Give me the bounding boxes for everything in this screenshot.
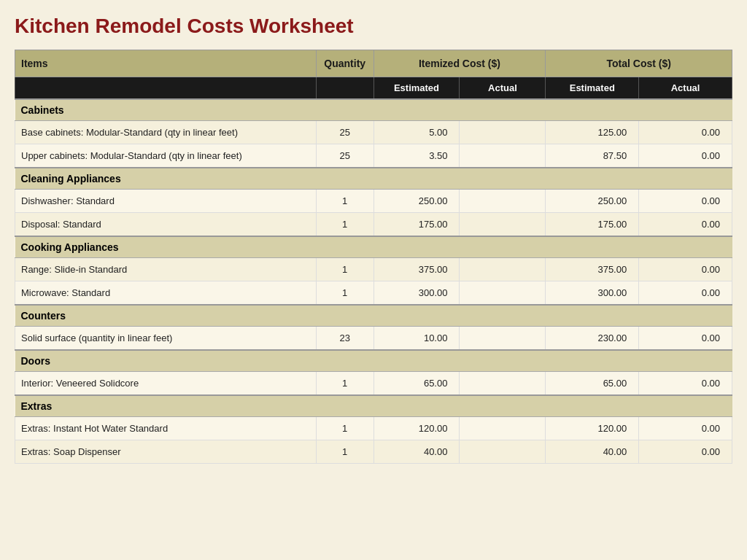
cell-qty: 1 <box>316 281 374 306</box>
cell-qty: 1 <box>316 417 374 440</box>
header-estimated-1: Estimated <box>374 77 460 100</box>
table-row: Upper cabinets: Modular-Standard (qty in… <box>15 144 732 168</box>
table-row: Interior: Veneered Solidcore 1 65.00 65.… <box>15 372 732 396</box>
cell-actual <box>460 121 546 144</box>
header-actual-1: Actual <box>460 77 546 100</box>
category-row: Cleaning Appliances <box>15 168 732 190</box>
header-estimated-2: Estimated <box>546 77 639 100</box>
cell-estimated: 3.50 <box>374 144 460 168</box>
cell-estimated: 40.00 <box>374 440 460 464</box>
category-row: Cabinets <box>15 99 732 121</box>
cell-total-estimated: 300.00 <box>546 281 639 306</box>
cell-qty: 1 <box>316 372 374 396</box>
cell-total-estimated: 65.00 <box>546 372 639 396</box>
header-empty-items <box>15 77 317 100</box>
cell-total-estimated: 375.00 <box>546 258 639 281</box>
cell-total-actual: 0.00 <box>639 213 732 237</box>
cell-item: Microwave: Standard <box>15 281 317 306</box>
cell-qty: 25 <box>316 121 374 144</box>
cell-actual <box>460 281 546 306</box>
cell-qty: 1 <box>316 440 374 464</box>
cell-total-estimated: 87.50 <box>546 144 639 168</box>
table-header-row-2: Estimated Actual Estimated Actual <box>15 77 732 100</box>
cell-item: Disposal: Standard <box>15 213 317 237</box>
cell-qty: 1 <box>316 213 374 237</box>
cell-estimated: 5.00 <box>374 121 460 144</box>
cell-actual <box>460 258 546 281</box>
page-title: Kitchen Remodel Costs Worksheet <box>15 15 732 38</box>
cell-item: Range: Slide-in Standard <box>15 258 317 281</box>
category-label: Cooking Appliances <box>15 236 732 258</box>
cell-estimated: 120.00 <box>374 417 460 440</box>
cell-item: Dishwasher: Standard <box>15 190 317 213</box>
cell-total-actual: 0.00 <box>639 327 732 351</box>
cost-worksheet-table: Items Quantity Itemized Cost ($) Total C… <box>15 50 732 464</box>
cell-actual <box>460 417 546 440</box>
cell-total-estimated: 250.00 <box>546 190 639 213</box>
cell-qty: 1 <box>316 258 374 281</box>
category-label: Doors <box>15 350 732 372</box>
table-row: Solid surface (quantity in linear feet) … <box>15 327 732 351</box>
category-row: Extras <box>15 395 732 417</box>
cell-item: Interior: Veneered Solidcore <box>15 372 317 396</box>
cell-qty: 25 <box>316 144 374 168</box>
table-row: Microwave: Standard 1 300.00 300.00 0.00 <box>15 281 732 306</box>
table-row: Range: Slide-in Standard 1 375.00 375.00… <box>15 258 732 281</box>
cell-total-estimated: 230.00 <box>546 327 639 351</box>
category-row: Cooking Appliances <box>15 236 732 258</box>
header-total-cost: Total Cost ($) <box>546 50 732 77</box>
category-label: Cabinets <box>15 99 732 121</box>
cell-item: Upper cabinets: Modular-Standard (qty in… <box>15 144 317 168</box>
table-row: Dishwasher: Standard 1 250.00 250.00 0.0… <box>15 190 732 213</box>
cell-total-estimated: 175.00 <box>546 213 639 237</box>
cell-item: Extras: Soap Dispenser <box>15 440 317 464</box>
cell-total-actual: 0.00 <box>639 258 732 281</box>
cell-total-estimated: 40.00 <box>546 440 639 464</box>
category-row: Counters <box>15 305 732 327</box>
cell-actual <box>460 190 546 213</box>
cell-total-estimated: 120.00 <box>546 417 639 440</box>
category-label: Counters <box>15 305 732 327</box>
cell-total-actual: 0.00 <box>639 190 732 213</box>
table-row: Extras: Instant Hot Water Standard 1 120… <box>15 417 732 440</box>
category-label: Extras <box>15 395 732 417</box>
table-header-row-1: Items Quantity Itemized Cost ($) Total C… <box>15 50 732 77</box>
cell-qty: 23 <box>316 327 374 351</box>
cell-actual <box>460 440 546 464</box>
header-items: Items <box>15 50 317 77</box>
cell-estimated: 65.00 <box>374 372 460 396</box>
header-actual-2: Actual <box>639 77 732 100</box>
cell-qty: 1 <box>316 190 374 213</box>
cell-total-estimated: 125.00 <box>546 121 639 144</box>
cell-total-actual: 0.00 <box>639 372 732 396</box>
header-empty-qty <box>316 77 374 100</box>
cell-estimated: 175.00 <box>374 213 460 237</box>
cell-actual <box>460 144 546 168</box>
cell-item: Base cabinets: Modular-Standard (qty in … <box>15 121 317 144</box>
table-body: Cabinets Base cabinets: Modular-Standard… <box>15 99 732 464</box>
cell-actual <box>460 327 546 351</box>
cell-total-actual: 0.00 <box>639 440 732 464</box>
cell-estimated: 10.00 <box>374 327 460 351</box>
cell-actual <box>460 213 546 237</box>
cell-total-actual: 0.00 <box>639 144 732 168</box>
category-row: Doors <box>15 350 732 372</box>
cell-actual <box>460 372 546 396</box>
cell-total-actual: 0.00 <box>639 417 732 440</box>
header-quantity: Quantity <box>316 50 374 77</box>
table-row: Disposal: Standard 1 175.00 175.00 0.00 <box>15 213 732 237</box>
cell-total-actual: 0.00 <box>639 281 732 306</box>
header-itemized-cost: Itemized Cost ($) <box>374 50 546 77</box>
cell-total-actual: 0.00 <box>639 121 732 144</box>
cell-estimated: 250.00 <box>374 190 460 213</box>
cell-item: Solid surface (quantity in linear feet) <box>15 327 317 351</box>
category-label: Cleaning Appliances <box>15 168 732 190</box>
cell-item: Extras: Instant Hot Water Standard <box>15 417 317 440</box>
table-row: Base cabinets: Modular-Standard (qty in … <box>15 121 732 144</box>
table-row: Extras: Soap Dispenser 1 40.00 40.00 0.0… <box>15 440 732 464</box>
cell-estimated: 375.00 <box>374 258 460 281</box>
cell-estimated: 300.00 <box>374 281 460 306</box>
